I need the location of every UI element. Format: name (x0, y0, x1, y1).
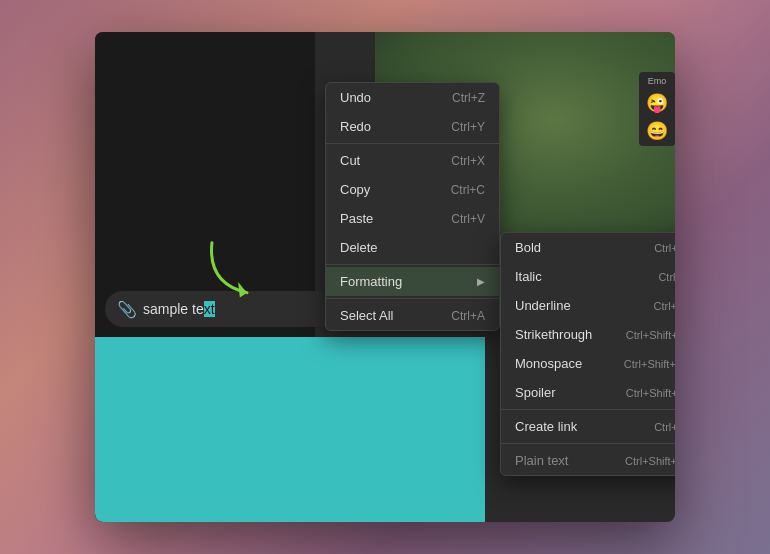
submenu-arrow-icon: ▶ (477, 276, 485, 287)
submenu-shortcut-bold: Ctrl+B (654, 242, 675, 254)
formatting-submenu: Bold Ctrl+B Italic Ctrl+I Underline Ctrl… (500, 232, 675, 476)
submenu-item-underline[interactable]: Underline Ctrl+U (501, 291, 675, 320)
menu-shortcut-paste: Ctrl+V (451, 212, 485, 226)
submenu-shortcut-underline: Ctrl+U (654, 300, 675, 312)
submenu-shortcut-create-link: Ctrl+K (654, 421, 675, 433)
menu-label-copy: Copy (340, 182, 370, 197)
submenu-shortcut-plain-text: Ctrl+Shift+N (625, 455, 675, 467)
menu-item-copy[interactable]: Copy Ctrl+C (326, 175, 499, 204)
app-window: Emo 😜 😄 19:03 📎 sample text Undo Ctrl+Z … (95, 32, 675, 522)
submenu-item-italic[interactable]: Italic Ctrl+I (501, 262, 675, 291)
text-selected: xt (204, 301, 215, 317)
menu-label-cut: Cut (340, 153, 360, 168)
menu-label-formatting: Formatting (340, 274, 402, 289)
menu-item-delete[interactable]: Delete (326, 233, 499, 262)
menu-separator-1 (326, 143, 499, 144)
context-menu: Undo Ctrl+Z Redo Ctrl+Y Cut Ctrl+X Copy … (325, 82, 500, 331)
submenu-label-monospace: Monospace (515, 356, 582, 371)
submenu-label-italic: Italic (515, 269, 542, 284)
menu-shortcut-copy: Ctrl+C (451, 183, 485, 197)
submenu-label-spoiler: Spoiler (515, 385, 555, 400)
menu-item-select-all[interactable]: Select All Ctrl+A (326, 301, 499, 330)
menu-shortcut-redo: Ctrl+Y (451, 120, 485, 134)
submenu-shortcut-monospace: Ctrl+Shift+M (624, 358, 675, 370)
menu-shortcut-undo: Ctrl+Z (452, 91, 485, 105)
submenu-shortcut-italic: Ctrl+I (658, 271, 675, 283)
text-before: sample te (143, 301, 204, 317)
menu-label-select-all: Select All (340, 308, 393, 323)
menu-item-redo[interactable]: Redo Ctrl+Y (326, 112, 499, 141)
submenu-item-plain-text[interactable]: Plain text Ctrl+Shift+N (501, 446, 675, 475)
menu-label-redo: Redo (340, 119, 371, 134)
menu-label-delete: Delete (340, 240, 378, 255)
menu-label-undo: Undo (340, 90, 371, 105)
submenu-item-monospace[interactable]: Monospace Ctrl+Shift+M (501, 349, 675, 378)
submenu-label-underline: Underline (515, 298, 571, 313)
submenu-shortcut-strikethrough: Ctrl+Shift+X (626, 329, 675, 341)
menu-item-formatting[interactable]: Formatting ▶ (326, 267, 499, 296)
emoji-1: 😜 (646, 92, 668, 114)
submenu-item-strikethrough[interactable]: Strikethrough Ctrl+Shift+X (501, 320, 675, 349)
submenu-separator-1 (501, 409, 675, 410)
submenu-label-bold: Bold (515, 240, 541, 255)
submenu-label-create-link: Create link (515, 419, 577, 434)
clip-icon: 📎 (117, 300, 135, 318)
menu-item-cut[interactable]: Cut Ctrl+X (326, 146, 499, 175)
submenu-label-strikethrough: Strikethrough (515, 327, 592, 342)
submenu-label-plain-text: Plain text (515, 453, 568, 468)
menu-separator-2 (326, 264, 499, 265)
input-text: sample text (143, 301, 215, 317)
menu-shortcut-cut: Ctrl+X (451, 154, 485, 168)
submenu-item-bold[interactable]: Bold Ctrl+B (501, 233, 675, 262)
menu-item-undo[interactable]: Undo Ctrl+Z (326, 83, 499, 112)
menu-separator-3 (326, 298, 499, 299)
submenu-shortcut-spoiler: Ctrl+Shift+P (626, 387, 675, 399)
submenu-item-create-link[interactable]: Create link Ctrl+K (501, 412, 675, 441)
submenu-item-spoiler[interactable]: Spoiler Ctrl+Shift+P (501, 378, 675, 407)
menu-shortcut-select-all: Ctrl+A (451, 309, 485, 323)
submenu-separator-2 (501, 443, 675, 444)
menu-label-paste: Paste (340, 211, 373, 226)
emoji-2: 😄 (646, 120, 668, 142)
emoji-panel: Emo 😜 😄 (639, 72, 675, 146)
menu-item-paste[interactable]: Paste Ctrl+V (326, 204, 499, 233)
emoji-label: Emo (648, 76, 667, 86)
teal-area (95, 337, 485, 522)
